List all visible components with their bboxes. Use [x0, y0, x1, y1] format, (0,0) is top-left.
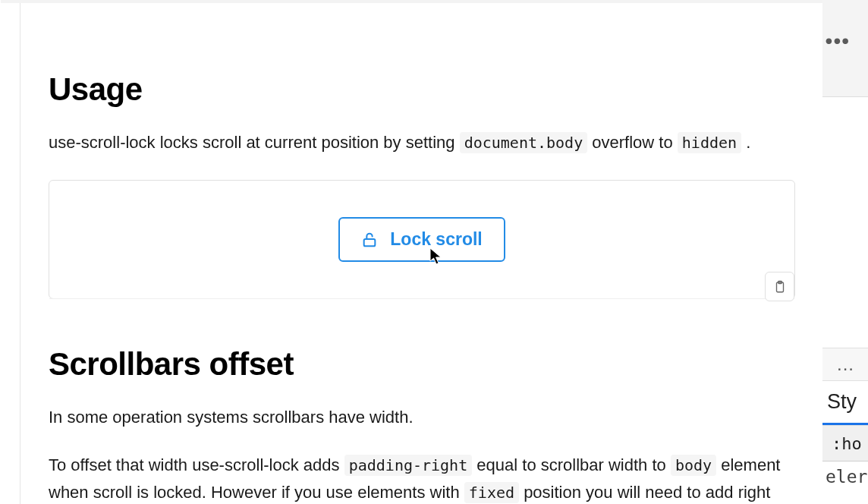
lock-scroll-label: Lock scroll [390, 229, 482, 250]
code-fixed: fixed [464, 482, 519, 503]
demo-container: Lock scroll [49, 180, 795, 299]
copy-code-button[interactable] [765, 272, 794, 301]
code-document-body: document.body [460, 132, 588, 153]
unlock-icon [361, 231, 378, 249]
usage-text-2: overflow to [587, 133, 678, 152]
devtools-sidebar: ••• ... Sty :ho eler [822, 0, 868, 504]
usage-paragraph: use-scroll-lock locks scroll at current … [49, 129, 795, 156]
code-padding-right: padding-right [344, 455, 473, 476]
element-style-label: eler [826, 467, 867, 487]
clipboard-icon [773, 279, 787, 295]
offset-text-1: To offset that width use-scroll-lock add… [49, 455, 344, 474]
usage-heading: Usage [49, 71, 795, 108]
hover-selector-row[interactable]: :ho [822, 425, 868, 461]
styles-tab-label: Sty [827, 390, 857, 414]
more-icon[interactable]: ••• [826, 29, 850, 53]
offset-paragraph-1: In some operation systems scrollbars hav… [49, 404, 795, 430]
more-dots-icon: ... [837, 354, 854, 375]
scrollbars-offset-heading: Scrollbars offset [49, 346, 795, 383]
offset-paragraph-2: To offset that width use-scroll-lock add… [49, 452, 795, 504]
styles-tab[interactable]: Sty [822, 381, 868, 425]
offset-text-2: equal to scrollbar width to [472, 455, 671, 474]
svg-rect-0 [364, 239, 376, 246]
code-body: body [671, 455, 716, 476]
lock-scroll-button[interactable]: Lock scroll [338, 217, 505, 262]
element-style-row[interactable]: eler [822, 461, 868, 492]
devtools-more-row[interactable]: ... [822, 348, 868, 381]
usage-text-3: . [741, 133, 750, 152]
hover-selector-label: :ho [832, 434, 862, 453]
documentation-content: Usage use-scroll-lock locks scroll at cu… [20, 0, 824, 504]
devtools-blank [822, 97, 868, 348]
devtools-topbar: ••• [822, 0, 868, 97]
code-hidden: hidden [678, 132, 741, 153]
usage-text-1: use-scroll-lock locks scroll at current … [49, 133, 460, 152]
top-divider [1, 0, 868, 3]
